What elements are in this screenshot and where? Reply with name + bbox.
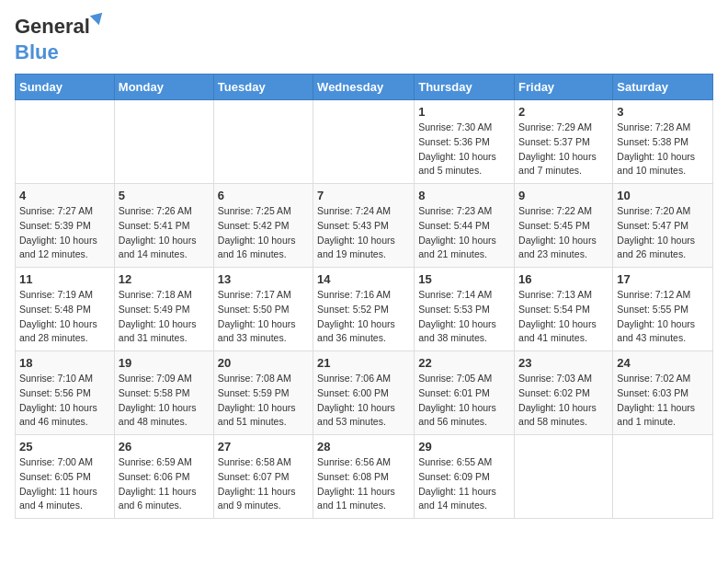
calendar-cell: 18Sunrise: 7:10 AMSunset: 5:56 PMDayligh…	[16, 351, 115, 435]
day-detail: Sunrise: 7:06 AMSunset: 6:00 PMDaylight:…	[317, 372, 410, 430]
day-detail: Sunrise: 6:56 AMSunset: 6:08 PMDaylight:…	[317, 455, 410, 513]
day-header-monday: Monday	[114, 75, 213, 100]
day-number: 25	[19, 440, 110, 454]
day-number: 17	[617, 272, 709, 286]
calendar-cell: 8Sunrise: 7:23 AMSunset: 5:44 PMDaylight…	[415, 184, 515, 268]
day-detail: Sunrise: 7:19 AMSunset: 5:48 PMDaylight:…	[19, 288, 110, 346]
calendar-cell: 21Sunrise: 7:06 AMSunset: 6:00 PMDayligh…	[313, 351, 415, 435]
day-detail: Sunrise: 7:28 AMSunset: 5:38 PMDaylight:…	[617, 121, 709, 178]
day-number: 6	[218, 189, 309, 202]
day-number: 15	[418, 272, 510, 286]
calendar-cell: 15Sunrise: 7:14 AMSunset: 5:53 PMDayligh…	[415, 268, 515, 351]
calendar-cell: 28Sunrise: 6:56 AMSunset: 6:08 PMDayligh…	[313, 435, 415, 519]
day-number: 29	[418, 440, 510, 454]
calendar-cell: 19Sunrise: 7:09 AMSunset: 5:58 PMDayligh…	[114, 351, 213, 435]
day-number: 10	[617, 189, 709, 202]
day-number: 2	[518, 105, 609, 119]
day-number: 19	[119, 356, 210, 370]
calendar-cell: 27Sunrise: 6:58 AMSunset: 6:07 PMDayligh…	[213, 435, 313, 519]
calendar-cell: 16Sunrise: 7:13 AMSunset: 5:54 PMDayligh…	[515, 268, 613, 351]
page-header: General Blue	[15, 15, 713, 64]
calendar-cell: 12Sunrise: 7:18 AMSunset: 5:49 PMDayligh…	[114, 268, 213, 351]
day-number: 26	[119, 440, 210, 454]
day-detail: Sunrise: 7:18 AMSunset: 5:49 PMDaylight:…	[119, 288, 210, 346]
day-number: 27	[218, 440, 309, 454]
day-detail: Sunrise: 7:10 AMSunset: 5:56 PMDaylight:…	[19, 372, 110, 430]
day-detail: Sunrise: 7:17 AMSunset: 5:50 PMDaylight:…	[218, 288, 309, 346]
calendar-cell: 4Sunrise: 7:27 AMSunset: 5:39 PMDaylight…	[16, 184, 115, 268]
day-detail: Sunrise: 7:09 AMSunset: 5:58 PMDaylight:…	[119, 372, 210, 430]
day-detail: Sunrise: 7:05 AMSunset: 6:01 PMDaylight:…	[418, 372, 510, 430]
day-detail: Sunrise: 7:24 AMSunset: 5:43 PMDaylight:…	[317, 204, 410, 262]
day-detail: Sunrise: 7:22 AMSunset: 5:45 PMDaylight:…	[518, 204, 609, 262]
day-number: 23	[518, 356, 609, 370]
day-number: 3	[617, 105, 709, 119]
day-number: 22	[418, 356, 510, 370]
day-detail: Sunrise: 6:58 AMSunset: 6:07 PMDaylight:…	[218, 455, 309, 513]
calendar-cell: 10Sunrise: 7:20 AMSunset: 5:47 PMDayligh…	[613, 184, 713, 268]
calendar-cell: 20Sunrise: 7:08 AMSunset: 5:59 PMDayligh…	[213, 351, 313, 435]
calendar-cell	[213, 100, 313, 184]
day-detail: Sunrise: 7:14 AMSunset: 5:53 PMDaylight:…	[418, 288, 510, 346]
calendar-cell: 13Sunrise: 7:17 AMSunset: 5:50 PMDayligh…	[213, 268, 313, 351]
day-detail: Sunrise: 6:59 AMSunset: 6:06 PMDaylight:…	[119, 455, 210, 513]
day-number: 12	[119, 272, 210, 286]
day-detail: Sunrise: 7:29 AMSunset: 5:37 PMDaylight:…	[518, 121, 609, 178]
logo: General Blue	[15, 15, 90, 64]
day-number: 16	[518, 272, 609, 286]
day-number: 20	[218, 356, 309, 370]
calendar-cell: 9Sunrise: 7:22 AMSunset: 5:45 PMDaylight…	[515, 184, 613, 268]
day-number: 11	[19, 272, 110, 286]
day-number: 24	[617, 356, 709, 370]
day-detail: Sunrise: 7:03 AMSunset: 6:02 PMDaylight:…	[518, 372, 609, 430]
calendar-table: SundayMondayTuesdayWednesdayThursdayFrid…	[15, 74, 713, 519]
calendar-week-row: 18Sunrise: 7:10 AMSunset: 5:56 PMDayligh…	[16, 351, 713, 435]
day-detail: Sunrise: 7:27 AMSunset: 5:39 PMDaylight:…	[19, 204, 110, 262]
calendar-cell	[16, 100, 115, 184]
calendar-week-row: 1Sunrise: 7:30 AMSunset: 5:36 PMDaylight…	[16, 100, 713, 184]
day-header-friday: Friday	[515, 75, 613, 100]
day-number: 4	[19, 189, 110, 202]
day-number: 28	[317, 440, 410, 454]
day-detail: Sunrise: 7:20 AMSunset: 5:47 PMDaylight:…	[617, 204, 709, 262]
calendar-cell: 11Sunrise: 7:19 AMSunset: 5:48 PMDayligh…	[16, 268, 115, 351]
calendar-cell: 25Sunrise: 7:00 AMSunset: 6:05 PMDayligh…	[16, 435, 115, 519]
calendar-cell: 22Sunrise: 7:05 AMSunset: 6:01 PMDayligh…	[415, 351, 515, 435]
calendar-week-row: 11Sunrise: 7:19 AMSunset: 5:48 PMDayligh…	[16, 268, 713, 351]
logo-blue: Blue	[15, 40, 59, 63]
day-detail: Sunrise: 7:08 AMSunset: 5:59 PMDaylight:…	[218, 372, 309, 430]
calendar-cell: 2Sunrise: 7:29 AMSunset: 5:37 PMDaylight…	[515, 100, 613, 184]
day-detail: Sunrise: 7:26 AMSunset: 5:41 PMDaylight:…	[119, 204, 210, 262]
day-number: 21	[317, 356, 410, 370]
day-header-sunday: Sunday	[16, 75, 115, 100]
calendar-cell: 7Sunrise: 7:24 AMSunset: 5:43 PMDaylight…	[313, 184, 415, 268]
day-detail: Sunrise: 7:02 AMSunset: 6:03 PMDaylight:…	[617, 372, 709, 430]
day-number: 18	[19, 356, 110, 370]
calendar-cell: 3Sunrise: 7:28 AMSunset: 5:38 PMDaylight…	[613, 100, 713, 184]
day-header-wednesday: Wednesday	[313, 75, 415, 100]
calendar-cell: 26Sunrise: 6:59 AMSunset: 6:06 PMDayligh…	[114, 435, 213, 519]
day-header-saturday: Saturday	[613, 75, 713, 100]
day-number: 14	[317, 272, 410, 286]
logo-general: General	[15, 15, 90, 38]
day-number: 13	[218, 272, 309, 286]
day-header-tuesday: Tuesday	[213, 75, 313, 100]
calendar-cell	[515, 435, 613, 519]
day-header-thursday: Thursday	[415, 75, 515, 100]
calendar-cell	[613, 435, 713, 519]
calendar-cell: 5Sunrise: 7:26 AMSunset: 5:41 PMDaylight…	[114, 184, 213, 268]
calendar-cell	[114, 100, 213, 184]
day-number: 7	[317, 189, 410, 202]
day-detail: Sunrise: 7:23 AMSunset: 5:44 PMDaylight:…	[418, 204, 510, 262]
day-number: 1	[418, 105, 510, 119]
calendar-cell: 1Sunrise: 7:30 AMSunset: 5:36 PMDaylight…	[415, 100, 515, 184]
day-detail: Sunrise: 7:00 AMSunset: 6:05 PMDaylight:…	[19, 455, 110, 513]
day-detail: Sunrise: 6:55 AMSunset: 6:09 PMDaylight:…	[418, 455, 510, 513]
day-number: 9	[518, 189, 609, 202]
calendar-cell: 14Sunrise: 7:16 AMSunset: 5:52 PMDayligh…	[313, 268, 415, 351]
calendar-cell: 17Sunrise: 7:12 AMSunset: 5:55 PMDayligh…	[613, 268, 713, 351]
calendar-header-row: SundayMondayTuesdayWednesdayThursdayFrid…	[16, 75, 713, 100]
calendar-week-row: 25Sunrise: 7:00 AMSunset: 6:05 PMDayligh…	[16, 435, 713, 519]
calendar-week-row: 4Sunrise: 7:27 AMSunset: 5:39 PMDaylight…	[16, 184, 713, 268]
calendar-cell: 29Sunrise: 6:55 AMSunset: 6:09 PMDayligh…	[415, 435, 515, 519]
